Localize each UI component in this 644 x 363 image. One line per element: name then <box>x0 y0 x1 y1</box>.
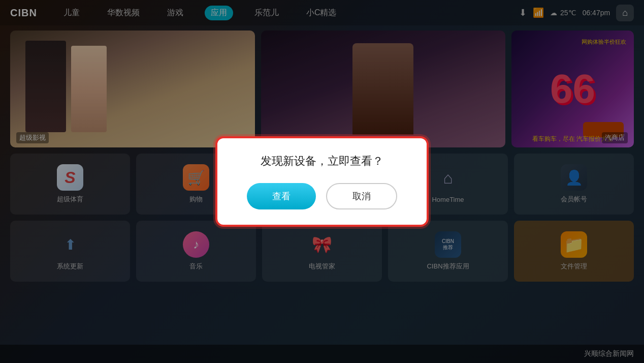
confirm-button[interactable]: 查看 <box>247 183 316 209</box>
dialog-buttons: 查看 取消 <box>238 183 406 209</box>
dialog-overlay: 发现新设备，立即查看？ 查看 取消 <box>0 0 644 363</box>
dialog-title: 发现新设备，立即查看？ <box>238 154 406 169</box>
cancel-button[interactable]: 取消 <box>326 183 397 209</box>
dialog: 发现新设备，立即查看？ 查看 取消 <box>215 136 429 227</box>
